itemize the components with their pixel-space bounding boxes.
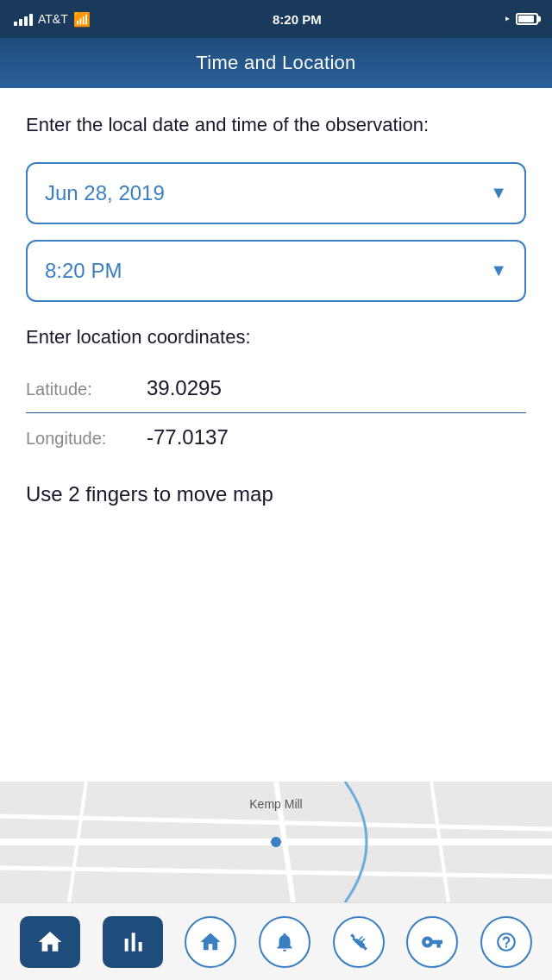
page-title: Time and Location (196, 52, 355, 74)
status-bar: AT&T 📶 8:20 PM ‣ (0, 0, 552, 38)
carrier-label: AT&T (38, 12, 68, 26)
coordinates-label: Enter location coordinates: (26, 326, 526, 349)
home-outline-icon (198, 930, 223, 954)
map-view[interactable]: Kemp Mill (0, 782, 552, 902)
coordinates-section: Enter location coordinates: Latitude: 39… (26, 326, 526, 462)
date-dropdown[interactable]: Jun 28, 2019 ▼ (26, 162, 526, 224)
satellite-icon (348, 931, 370, 953)
longitude-value: -77.0137 (147, 425, 229, 449)
wifi-icon: 📶 (73, 11, 91, 28)
latitude-value: 39.0295 (147, 376, 222, 400)
time-chevron-down-icon: ▼ (490, 261, 507, 280)
chart-button[interactable] (103, 916, 163, 968)
latitude-row: Latitude: 39.0295 (26, 364, 526, 413)
satellite-button[interactable] (333, 916, 385, 968)
svg-point-7 (271, 837, 281, 847)
status-left: AT&T 📶 (14, 11, 91, 28)
longitude-row: Longitude: -77.0137 (26, 413, 526, 462)
longitude-key: Longitude: (26, 429, 147, 449)
date-value: Jun 28, 2019 (45, 181, 165, 205)
key-icon (421, 931, 443, 953)
time-value: 8:20 PM (45, 259, 122, 283)
date-section-label: Enter the local date and time of the obs… (26, 112, 526, 138)
date-chevron-down-icon: ▼ (490, 183, 507, 203)
signal-bars-icon (14, 12, 33, 26)
nav-bar: Time and Location (0, 38, 552, 88)
latitude-key: Latitude: (26, 380, 147, 399)
bottom-bar (0, 902, 552, 980)
home-filled-button[interactable] (20, 916, 80, 968)
battery-icon (516, 13, 538, 25)
time-dropdown[interactable]: 8:20 PM ▼ (26, 240, 526, 302)
status-time: 8:20 PM (273, 12, 322, 27)
bell-icon (273, 931, 296, 953)
key-button[interactable] (406, 916, 458, 968)
map-place-label: Kemp Mill (249, 797, 302, 811)
chart-icon (119, 928, 147, 956)
home-filled-icon (36, 928, 64, 956)
bell-button[interactable] (259, 916, 310, 968)
location-arrow-icon: ‣ (504, 12, 511, 26)
main-content: Enter the local date and time of the obs… (0, 88, 552, 506)
home-outline-button[interactable] (185, 916, 236, 968)
help-button[interactable] (480, 916, 532, 968)
status-right: ‣ (504, 12, 538, 26)
map-hint-text: Use 2 fingers to move map (26, 482, 526, 506)
help-icon (495, 931, 518, 953)
